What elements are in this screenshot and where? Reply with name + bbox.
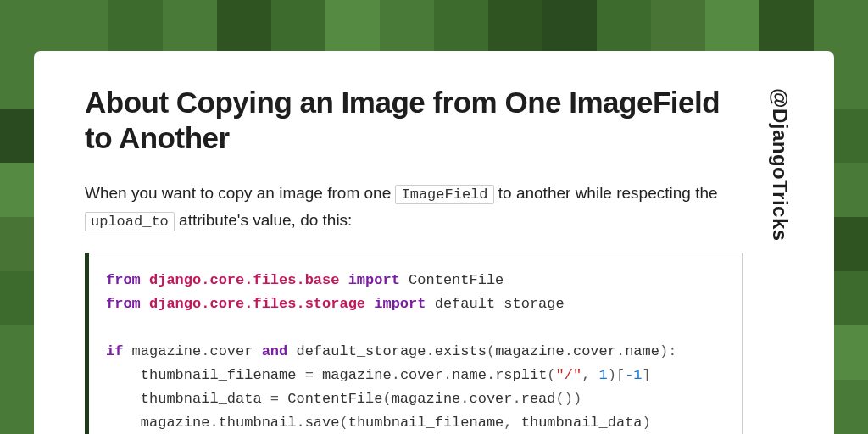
code-kw: if — [106, 343, 123, 359]
code-punct: . — [209, 415, 218, 431]
article-intro: When you want to copy an image from one … — [85, 180, 743, 234]
code-name: default_storage — [296, 343, 426, 359]
inline-code-uploadto: upload_to — [85, 212, 175, 231]
code-name: magazine — [495, 343, 565, 359]
code-punct: ( — [382, 391, 391, 407]
code-name: magazine — [132, 343, 202, 359]
code-punct: = — [262, 391, 288, 407]
code-punct: . — [460, 391, 469, 407]
code-block: from django.core.files.base import Conte… — [85, 253, 743, 434]
code-punct: . — [487, 367, 495, 383]
code-name: cover — [470, 391, 513, 407]
code-punct: . — [565, 343, 573, 359]
code-name: read — [521, 391, 556, 407]
code-number: 1 — [599, 367, 608, 383]
code-name: thumbnail — [219, 415, 297, 431]
inline-code-imagefield: ImageField — [395, 185, 493, 204]
code-name: thumbnail_data — [521, 415, 643, 431]
code-name: cover — [209, 343, 253, 359]
code-name: thumbnail_filename — [141, 367, 297, 383]
code-name: default_storage — [435, 296, 565, 312]
code-punct: , — [504, 415, 520, 431]
code-string: "/" — [556, 367, 582, 383]
code-module: django.core.files.storage — [149, 296, 365, 312]
intro-text-2: to another while respecting the — [494, 184, 718, 202]
code-indent — [106, 391, 141, 407]
code-name: magazine — [392, 391, 461, 407]
code-punct: ( — [339, 415, 348, 431]
code-name: cover — [573, 343, 616, 359]
code-name: thumbnail_data — [141, 391, 262, 407]
code-punct: )[ — [608, 367, 625, 383]
code-name: ContentFile — [287, 391, 382, 407]
code-name: cover — [400, 367, 443, 383]
code-name: save — [305, 415, 340, 431]
code-name: exists — [435, 343, 487, 359]
code-name: ContentFile — [409, 272, 504, 288]
code-kw: from — [106, 272, 141, 288]
code-punct: . — [443, 367, 452, 383]
code-punct: . — [616, 343, 625, 359]
code-punct: ( — [487, 343, 495, 359]
code-name: rsplit — [495, 367, 547, 383]
code-punct: ] — [643, 367, 651, 383]
code-punct: . — [201, 343, 209, 359]
article-card: About Copying an Image from One ImageFie… — [34, 51, 834, 434]
twitter-handle: @DjangoTricks — [768, 85, 792, 409]
code-name: magazine — [141, 415, 210, 431]
intro-text-1: When you want to copy an image from one — [85, 184, 395, 202]
intro-text-3: attribute's value, do this: — [175, 211, 353, 229]
code-punct: ): — [659, 343, 676, 359]
code-punct: ) — [643, 415, 651, 431]
code-kw: import — [374, 296, 426, 312]
code-punct: . — [426, 343, 435, 359]
code-name: name — [452, 367, 487, 383]
code-number: -1 — [625, 367, 642, 383]
code-punct: ()) — [556, 391, 582, 407]
code-kw: import — [348, 272, 400, 288]
code-punct: . — [392, 367, 400, 383]
code-punct: . — [513, 391, 521, 407]
code-punct: . — [296, 415, 304, 431]
code-indent — [106, 415, 141, 431]
code-punct: , — [581, 367, 598, 383]
code-punct: ( — [547, 367, 555, 383]
code-name: name — [625, 343, 659, 359]
code-module: django.core.files.base — [149, 272, 339, 288]
code-kw: from — [106, 296, 141, 312]
code-indent — [106, 367, 141, 383]
code-kw: and — [262, 343, 288, 359]
code-name: magazine — [322, 367, 392, 383]
code-name: thumbnail_filename — [348, 415, 504, 431]
code-punct: = — [296, 367, 322, 383]
article-content: About Copying an Image from One ImageFie… — [85, 85, 743, 409]
article-title: About Copying an Image from One ImageFie… — [85, 85, 743, 156]
